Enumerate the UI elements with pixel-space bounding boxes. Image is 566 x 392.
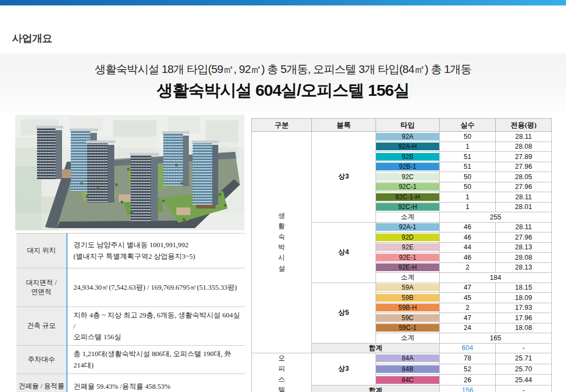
project-overview-slide: 사업개요 생활숙박시설 18개 타입(59㎡, 92㎡) 총 5개동, 오피스텔… <box>0 0 566 392</box>
project-info-table: 대지 위치경기도 남양주시 별내동 1001,991,992 (별내지구 특별계… <box>16 233 245 392</box>
info-row-label: 대지 위치 <box>16 234 67 268</box>
rooms-cell: 45 <box>440 293 496 303</box>
type-cell: 92C-H <box>376 202 440 212</box>
type-chip: 92C <box>376 173 439 181</box>
info-row: 건축 규모지하 4층 ~ 지상 최고 29층, 6개동, 생활숙박시설 604실… <box>16 307 245 346</box>
pyeong-cell: 17.96 <box>496 313 552 323</box>
pyeong-cell: 18.08 <box>496 323 552 333</box>
pyeong-cell: 25.71 <box>496 353 552 364</box>
rooms-cell: 50 <box>440 132 496 142</box>
rooms-cell: 50 <box>440 182 496 192</box>
pyeong-cell: 28.01 <box>496 202 552 212</box>
rooms-cell: 46 <box>440 232 496 243</box>
type-chip: 92C-1-H <box>376 193 439 201</box>
top-accent-bar <box>0 0 566 5</box>
pyeong-cell: 28.11 <box>496 192 552 203</box>
type-chip: 59B-H <box>376 304 439 311</box>
type-chip: 92A <box>376 133 439 140</box>
type-cell: 59B-H <box>376 303 440 313</box>
headline-title: 생활숙박시설 604실/오피스텔 156실 <box>0 77 566 102</box>
tower <box>162 131 189 186</box>
aerial-render-graphic <box>15 115 244 230</box>
type-chip: 59C-1 <box>376 324 439 332</box>
info-rows: 대지 위치경기도 남양주시 별내동 1001,991,992 (별내지구 특별계… <box>16 234 245 392</box>
rooms-cell: 24 <box>440 323 496 333</box>
type-cell: 84B <box>376 364 440 375</box>
info-row-label: 대지면적 / 연면적 <box>16 268 67 307</box>
type-cell: 92A-1 <box>376 222 440 232</box>
subtotal-label-cell: 소계 <box>376 273 440 283</box>
block-cell: 상4 <box>312 222 376 283</box>
rooms-cell: 1 <box>440 192 496 203</box>
tower <box>192 140 219 205</box>
pyeong-cell: 25.44 <box>496 375 552 385</box>
type-chip: 92E <box>376 243 439 251</box>
type-chip: 92E-1 <box>376 254 439 261</box>
info-row: 대지 위치경기도 남양주시 별내동 1001,991,992 (별내지구 특별계… <box>16 234 245 268</box>
type-chip: 92C-1 <box>376 183 439 191</box>
subtotal-value-cell: 184 <box>440 273 552 283</box>
info-row-value: 총 1,210대(생활숙박시설 806대, 오피스텔 190대, 外 214대) <box>67 346 245 373</box>
block-cell: 상3 <box>312 353 376 385</box>
type-chip: 92C-H <box>376 203 439 211</box>
type-cell: 59B <box>376 293 440 303</box>
unit-row: 오 피 스 텔상384A7825.71 <box>252 353 552 364</box>
unit-rows: 생 활 숙 박 시 설상392A5028.1192A-H128.0892B512… <box>252 132 552 392</box>
pyeong-cell: 28.11 <box>496 132 552 142</box>
total-rooms-cell: 604 <box>440 343 496 353</box>
type-cell: 59C-1 <box>376 323 440 333</box>
type-chip: 92D <box>376 234 439 241</box>
rooms-cell: 2 <box>440 303 496 313</box>
pyeong-cell: 28.11 <box>496 222 552 232</box>
total-pyeong-cell: - <box>496 385 552 392</box>
subtotal-label-cell: 소계 <box>376 212 440 223</box>
subtotal-value-cell: 255 <box>440 212 552 223</box>
rooms-cell: 50 <box>440 172 496 182</box>
type-cell: 92E-H <box>376 262 440 273</box>
tower <box>86 140 115 203</box>
pyeong-cell: 27.96 <box>496 232 552 243</box>
column-header: 실수 <box>440 119 496 132</box>
pyeong-cell: 28.13 <box>496 262 552 273</box>
type-chip: 92E-H <box>376 264 439 271</box>
pyeong-cell: 28.08 <box>496 253 552 263</box>
type-cell: 92E <box>376 242 440 253</box>
type-chip: 84A <box>376 354 439 362</box>
info-row: 건폐율 / 용적률건폐율 59.43% /용적률 458.53% <box>16 373 245 392</box>
type-chip: 84B <box>376 365 439 373</box>
gubun-cell: 생 활 숙 박 시 설 <box>252 132 312 353</box>
pyeong-cell: 28.05 <box>496 172 552 182</box>
type-chip: 92B-1 <box>376 163 439 170</box>
rooms-cell: 51 <box>440 152 496 162</box>
pyeong-cell: 27.96 <box>496 162 552 172</box>
type-chip: 59C <box>376 314 439 322</box>
info-row-value: 24,934.30㎡(7,542.63평) / 169,769.6795㎡(51… <box>67 268 245 307</box>
rooms-cell: 46 <box>440 253 496 263</box>
type-cell: 92D <box>376 232 440 243</box>
pyeong-cell: 18.15 <box>496 283 552 293</box>
pyeong-cell: 28.08 <box>496 142 552 152</box>
type-cell: 84C <box>376 375 440 385</box>
column-header: 구분 <box>252 119 312 132</box>
subtotal-label-cell: 소계 <box>376 333 440 344</box>
info-row-label: 주차대수 <box>16 346 67 373</box>
pyeong-cell: 27.89 <box>496 152 552 162</box>
type-cell: 92A <box>376 132 440 142</box>
rooms-cell: 51 <box>440 162 496 172</box>
block-cell: 상5 <box>312 283 376 343</box>
pyeong-cell: 17.93 <box>496 303 552 313</box>
unit-row: 생 활 숙 박 시 설상392A5028.11 <box>252 132 552 142</box>
pyeong-cell: 25.70 <box>496 364 552 375</box>
type-cell: 59A <box>376 283 440 293</box>
rooms-cell: 46 <box>440 222 496 232</box>
rooms-cell: 47 <box>440 313 496 323</box>
tower <box>130 153 159 221</box>
column-header: 타입 <box>376 119 440 132</box>
rooms-cell: 52 <box>440 364 496 375</box>
type-chip: 84C <box>376 376 439 384</box>
total-rooms-cell: 156 <box>440 385 496 392</box>
type-cell: 92C-1-H <box>376 192 440 203</box>
type-cell: 92B-1 <box>376 162 440 172</box>
info-row-value: 건폐율 59.43% /용적률 458.53% <box>67 373 245 392</box>
rooms-cell: 44 <box>440 242 496 253</box>
